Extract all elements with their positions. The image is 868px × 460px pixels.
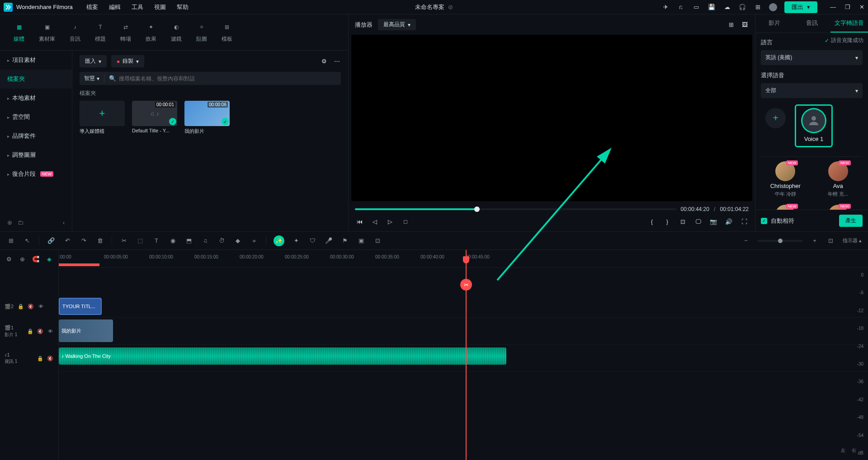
- cut-icon[interactable]: ✂: [119, 236, 128, 245]
- save-icon[interactable]: 💾: [708, 3, 716, 11]
- sidebar-item-compound[interactable]: ▸復合片段NEW: [0, 164, 72, 183]
- sidebar-item-cloud[interactable]: ▸雲空間: [0, 108, 72, 127]
- cursor-icon[interactable]: ↖: [23, 236, 32, 245]
- media-tile-title[interactable]: 00:00:01♫ ♪✓ Default Title - Y...: [132, 101, 177, 135]
- track-head-title[interactable]: 🎬2 🔒🔇👁: [0, 295, 58, 318]
- ai-icon[interactable]: ✨: [274, 235, 284, 246]
- sidebar-item-local[interactable]: ▸本地素材: [0, 89, 72, 108]
- playhead[interactable]: ✂: [466, 250, 467, 460]
- tab-video-props[interactable]: 影片: [755, 14, 793, 33]
- custom-voice-selected[interactable]: Voice 1: [795, 104, 833, 147]
- snapshot-icon[interactable]: 📷: [709, 217, 718, 226]
- scissors-icon[interactable]: ✂: [460, 279, 472, 291]
- monitor-icon[interactable]: ▭: [692, 3, 700, 11]
- tab-transitions[interactable]: ⇄轉場: [120, 22, 131, 43]
- tl-settings-icon[interactable]: ⚙: [5, 254, 14, 263]
- sidebar-item-folder[interactable]: 檔案夾: [0, 70, 72, 89]
- send-icon[interactable]: ✈: [661, 3, 670, 11]
- folder-icon[interactable]: 🗀: [18, 219, 24, 226]
- zoom-out-icon[interactable]: −: [741, 236, 750, 245]
- bracket-in-icon[interactable]: {: [647, 217, 656, 226]
- video-preview[interactable]: [351, 35, 752, 201]
- tab-templates[interactable]: ⊞模板: [222, 22, 232, 43]
- lock-icon[interactable]: 🔒: [37, 355, 44, 362]
- minimize-button[interactable]: —: [830, 4, 836, 10]
- video-clip[interactable]: 我的影片: [59, 319, 113, 342]
- play-icon[interactable]: ▷: [386, 217, 395, 226]
- voice-emma[interactable]: NEWEmma中年 正式: [814, 205, 863, 210]
- filter-icon[interactable]: ⚙: [320, 57, 328, 66]
- text-icon[interactable]: T: [152, 236, 161, 245]
- menu-view[interactable]: 視圖: [154, 3, 166, 11]
- voice-andrew[interactable]: NEWAndrew年輕 對話的: [761, 205, 810, 210]
- import-media-tile[interactable]: + 導入媒體檔: [80, 101, 125, 135]
- voice-filter-dropdown[interactable]: 全部▾: [761, 83, 863, 98]
- title-track-lane[interactable]: T YOUR TITL...: [59, 295, 868, 318]
- quality-dropdown[interactable]: 最高品質▾: [378, 19, 416, 30]
- close-button[interactable]: ✕: [859, 4, 864, 10]
- collapse-icon[interactable]: ‹: [63, 219, 65, 226]
- crop-icon[interactable]: ⬒: [184, 236, 193, 245]
- tab-effects[interactable]: ✦效果: [146, 22, 156, 43]
- zoom-slider[interactable]: [758, 240, 803, 242]
- menu-help[interactable]: 幫助: [177, 3, 189, 11]
- tab-audio[interactable]: ♪音訊: [70, 22, 80, 43]
- media-tile-video[interactable]: 00:00:06✓ 我的影片: [184, 101, 230, 135]
- menu-file[interactable]: 檔案: [86, 3, 98, 11]
- undo-history-icon[interactable]: ⎌: [677, 3, 685, 11]
- tab-stock[interactable]: ▣素材庫: [39, 22, 55, 43]
- headphones-icon[interactable]: 🎧: [738, 3, 746, 11]
- tab-audio-props[interactable]: 音訊: [793, 14, 830, 33]
- mute-icon[interactable]: 🔇: [47, 355, 54, 362]
- tab-titles[interactable]: T標題: [95, 22, 106, 43]
- tab-media[interactable]: ▦媒體: [14, 22, 24, 43]
- sidebar-item-adjust[interactable]: ▸調整圖層: [0, 146, 72, 164]
- maximize-button[interactable]: ❐: [845, 4, 850, 10]
- undo-icon[interactable]: ↶: [63, 236, 72, 245]
- import-dropdown[interactable]: 匯入▾: [80, 55, 107, 67]
- link-icon[interactable]: 🔗: [47, 236, 56, 245]
- shield-icon[interactable]: 🛡: [308, 236, 317, 245]
- generate-button[interactable]: 產生: [839, 215, 863, 227]
- auto-match-checkbox[interactable]: ✓: [761, 218, 767, 224]
- crop-tool-icon[interactable]: ⬚: [136, 236, 145, 245]
- sidebar-item-brand[interactable]: ▸品牌套件: [0, 127, 72, 146]
- tl-magnet-icon[interactable]: 🧲: [32, 254, 41, 263]
- zoom-fit-icon[interactable]: ⊡: [826, 236, 835, 245]
- mic-icon[interactable]: 🎤: [324, 236, 333, 245]
- title-clip[interactable]: T YOUR TITL...: [59, 298, 102, 315]
- progress-thumb[interactable]: [474, 207, 480, 212]
- layout-icon[interactable]: ⊞: [6, 236, 15, 245]
- audio-track-lane[interactable]: ♪ Walking On The City: [59, 345, 868, 372]
- mute-icon[interactable]: 🔇: [37, 328, 44, 335]
- cloud-icon[interactable]: ☁: [723, 3, 731, 11]
- record-dropdown[interactable]: ●錄製▾: [111, 55, 144, 67]
- display-icon[interactable]: 🖵: [693, 217, 703, 226]
- tl-add-icon[interactable]: ⊕: [18, 254, 27, 263]
- add-voice-button[interactable]: +: [765, 108, 786, 128]
- more-icon[interactable]: ⋯: [333, 57, 341, 66]
- search-input[interactable]: [119, 75, 336, 82]
- export-button[interactable]: 匯出 ▾: [784, 1, 817, 13]
- audio-tool-icon[interactable]: ♫: [201, 236, 210, 245]
- fullscreen-icon[interactable]: ⛶: [740, 217, 749, 226]
- track-head-audio[interactable]: ♪1資訊 1 🔒🔇: [0, 345, 58, 372]
- enhance-icon[interactable]: ✦: [292, 236, 301, 245]
- image-icon[interactable]: 🖼: [741, 21, 749, 29]
- timeline-tracks[interactable]: :00:00 00:00:05:00 00:00:10:00 00:00:15:…: [59, 250, 868, 460]
- tab-stickers[interactable]: ✧貼圖: [196, 22, 207, 43]
- playhead-handle[interactable]: [463, 256, 469, 263]
- eye-icon[interactable]: 👁: [37, 303, 44, 310]
- progress-bar[interactable]: 00:00:44:20 / 00:01:04:22: [351, 204, 752, 214]
- redo-icon[interactable]: ↷: [79, 236, 88, 245]
- tab-tts[interactable]: 文字轉語音: [830, 14, 868, 33]
- new-folder-icon[interactable]: ⊕: [7, 219, 12, 226]
- play-back-icon[interactable]: ◁: [370, 217, 379, 226]
- keyframe-icon[interactable]: ◆: [233, 236, 242, 245]
- mix-icon[interactable]: ⊡: [373, 236, 382, 245]
- volume-icon[interactable]: 🔊: [724, 217, 733, 226]
- apps-icon[interactable]: ⊞: [754, 3, 762, 11]
- delete-icon[interactable]: 🗑: [95, 236, 104, 245]
- video-track-lane[interactable]: 我的影片: [59, 318, 868, 345]
- ratio-icon[interactable]: ⊡: [678, 217, 687, 226]
